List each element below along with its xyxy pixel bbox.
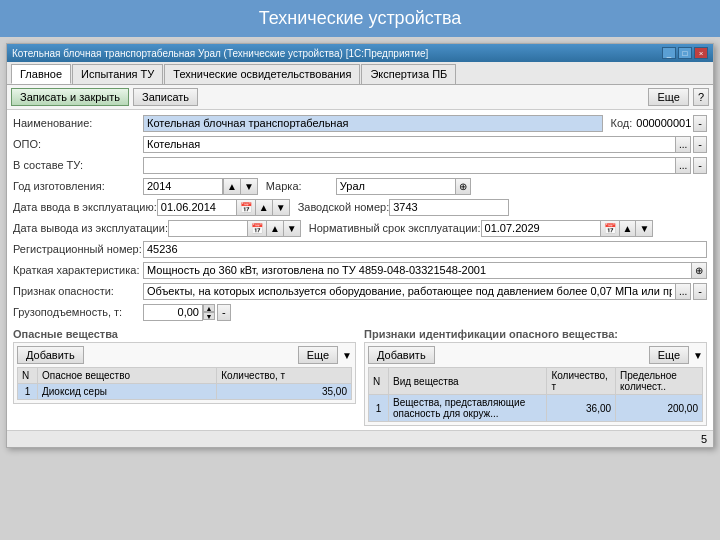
marka-select-button[interactable]: ⊕ <box>456 178 471 195</box>
help-button[interactable]: ? <box>693 88 709 106</box>
name-field[interactable] <box>143 115 603 132</box>
priz-clear-button[interactable]: - <box>693 283 707 300</box>
normsrok-up-button[interactable]: ▲ <box>620 220 637 237</box>
god-marka-row: Год изготовления: ▲ ▼ Марка: ⊕ <box>13 177 707 195</box>
window-title: Котельная блочная транспортабельная Урал… <box>12 48 428 59</box>
main-window: Котельная блочная транспортабельная Урал… <box>6 43 714 448</box>
window-titlebar: Котельная блочная транспортабельная Урал… <box>7 44 713 62</box>
ident-col-limit: Предельное количест.. <box>616 368 703 395</box>
opo-select-button[interactable]: ... <box>676 136 691 153</box>
datavvoda-zavod-row: Дата ввода в эксплуатацию: 📅 ▲ ▼ Заводск… <box>13 198 707 216</box>
danger-table-section: Добавить Еще ▼ N Опасное вещество Количе… <box>13 342 356 404</box>
god-down-button[interactable]: ▼ <box>241 178 258 195</box>
bottom-sections: Опасные вещества Добавить Еще ▼ N Опасно… <box>13 324 707 426</box>
danger-col-n: N <box>18 368 38 384</box>
ident-table: N Вид вещества Количество, т Предельное … <box>368 367 703 422</box>
more-button[interactable]: Еще <box>648 88 688 106</box>
priz-field[interactable] <box>143 283 676 300</box>
opo-row: ОПО: ... - <box>13 135 707 153</box>
datavvoda-field[interactable] <box>157 199 237 216</box>
close-button[interactable]: × <box>694 47 708 59</box>
zavod-label: Заводской номер: <box>298 201 390 213</box>
save-button[interactable]: Записать <box>133 88 198 106</box>
save-close-button[interactable]: Записать и закрыть <box>11 88 129 106</box>
god-field[interactable] <box>143 178 223 195</box>
kratkchar-open-button[interactable]: ⊕ <box>692 262 707 279</box>
tab-ispytaniya[interactable]: Испытания ТУ <box>72 64 163 84</box>
gruz-input[interactable] <box>143 304 203 321</box>
danger-col-qty: Количество, т <box>217 368 352 384</box>
marka-field[interactable] <box>336 178 456 195</box>
name-clear-button[interactable]: - <box>693 115 707 132</box>
danger-cell-n: 1 <box>18 384 38 400</box>
normsrok-down-button[interactable]: ▼ <box>636 220 653 237</box>
regnom-label: Регистрационный номер: <box>13 243 143 255</box>
danger-section-title: Опасные вещества <box>13 328 356 340</box>
vs-row: В составе ТУ: ... - <box>13 156 707 174</box>
danger-table: N Опасное вещество Количество, т 1 Диокс… <box>17 367 352 400</box>
danger-section: Опасные вещества Добавить Еще ▼ N Опасно… <box>13 324 356 426</box>
kratkchar-field[interactable] <box>143 262 692 279</box>
form-area: Наименование: Код: 000000001 - ОПО: ... … <box>7 110 713 430</box>
maximize-button[interactable]: □ <box>678 47 692 59</box>
bottom-bar: 5 <box>7 430 713 447</box>
code-value: 000000001 <box>636 117 691 129</box>
tab-bar: Главное Испытания ТУ Технические освидет… <box>7 62 713 85</box>
datavyvoda-field[interactable] <box>168 220 248 237</box>
priz-row: Признак опасности: ... - <box>13 282 707 300</box>
tab-expertiza[interactable]: Экспертиза ПБ <box>361 64 456 84</box>
name-row: Наименование: Код: 000000001 - <box>13 114 707 132</box>
opo-label: ОПО: <box>13 138 143 150</box>
danger-more-button[interactable]: Еще <box>298 346 338 364</box>
datavvoda-label: Дата ввода в эксплуатацию: <box>13 201 157 213</box>
datavvoda-up-button[interactable]: ▲ <box>256 199 273 216</box>
god-label: Год изготовления: <box>13 180 143 192</box>
danger-cell-qty: 35,00 <box>217 384 352 400</box>
kratkchar-row: Краткая характеристика: ⊕ <box>13 261 707 279</box>
name-label: Наименование: <box>13 117 143 129</box>
gruz-up-button[interactable]: ▲ <box>203 304 215 312</box>
page-title: Технические устройства <box>0 0 720 37</box>
vs-clear-button[interactable]: - <box>693 157 707 174</box>
ident-toolbar: Добавить Еще ▼ <box>368 346 703 364</box>
normsrok-cal-button[interactable]: 📅 <box>601 220 620 237</box>
normsrok-field[interactable] <box>481 220 601 237</box>
vs-select-button[interactable]: ... <box>676 157 691 174</box>
tab-glavnoe[interactable]: Главное <box>11 64 71 84</box>
ident-add-button[interactable]: Добавить <box>368 346 435 364</box>
table-row[interactable]: 1 Диоксид серы 35,00 <box>18 384 352 400</box>
danger-add-button[interactable]: Добавить <box>17 346 84 364</box>
god-up-button[interactable]: ▲ <box>223 178 241 195</box>
regnom-field[interactable] <box>143 241 707 258</box>
vs-field[interactable] <box>143 157 676 174</box>
tab-tehosv[interactable]: Технические освидетельствования <box>164 64 360 84</box>
datavyvoda-label: Дата вывода из эксплуатации: <box>13 222 168 234</box>
datavvoda-down-button[interactable]: ▼ <box>273 199 290 216</box>
vs-label: В составе ТУ: <box>13 159 143 171</box>
zavod-field[interactable] <box>389 199 509 216</box>
gruz-down-button[interactable]: ▼ <box>203 312 215 320</box>
gruz-clear-button[interactable]: - <box>217 304 231 321</box>
ident-more-button[interactable]: Еще <box>649 346 689 364</box>
datavyvoda-down-button[interactable]: ▼ <box>284 220 301 237</box>
opo-clear-button[interactable]: - <box>693 136 707 153</box>
ident-cell-qty: 36,00 <box>547 395 616 422</box>
minimize-button[interactable]: _ <box>662 47 676 59</box>
datavyvoda-cal-button[interactable]: 📅 <box>248 220 267 237</box>
table-row[interactable]: 1 Вещества, представляющие опасность для… <box>369 395 703 422</box>
danger-toolbar: Добавить Еще ▼ <box>17 346 352 364</box>
datavyvoda-up-button[interactable]: ▲ <box>267 220 284 237</box>
ident-cell-n: 1 <box>369 395 389 422</box>
gruz-label: Грузоподъемность, т: <box>13 306 143 318</box>
datavvoda-cal-button[interactable]: 📅 <box>237 199 256 216</box>
ident-col-name: Вид вещества <box>389 368 547 395</box>
priz-select-button[interactable]: ... <box>676 283 691 300</box>
ident-section-title: Признаки идентификации опасного вещества… <box>364 328 707 340</box>
page-number: 5 <box>701 433 707 445</box>
ident-cell-name: Вещества, представляющие опасность для о… <box>389 395 547 422</box>
regnom-row: Регистрационный номер: <box>13 240 707 258</box>
ident-table-section: Добавить Еще ▼ N Вид вещества Количество… <box>364 342 707 426</box>
ident-cell-limit: 200,00 <box>616 395 703 422</box>
opo-field[interactable] <box>143 136 676 153</box>
datavyvoda-norm-row: Дата вывода из эксплуатации: 📅 ▲ ▼ Норма… <box>13 219 707 237</box>
